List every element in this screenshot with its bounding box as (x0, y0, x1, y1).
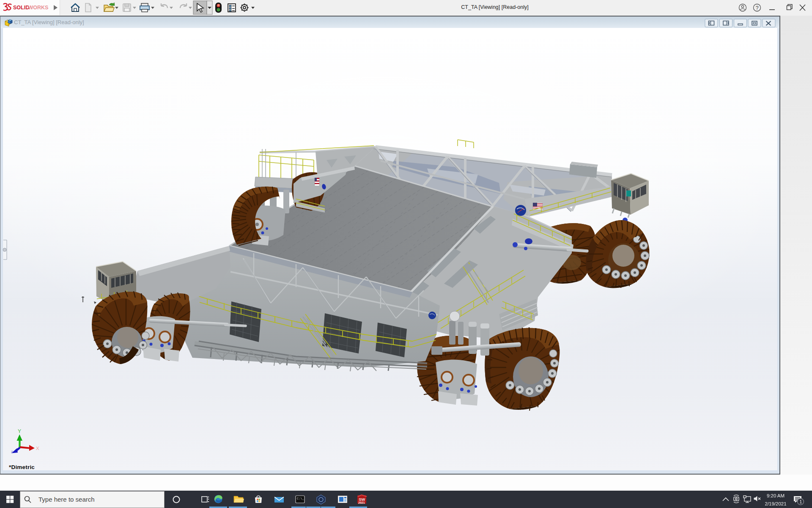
svg-text:WORKS: WORKS (28, 5, 49, 11)
svg-text:9:20 AM: 9:20 AM (767, 493, 785, 498)
svg-text:C:\_: C:\_ (297, 497, 304, 500)
svg-text:SOLID: SOLID (13, 5, 29, 11)
svg-text:z: z (11, 450, 13, 454)
svg-text:?: ? (756, 5, 759, 11)
svg-text:X: X (36, 446, 39, 451)
svg-text:2/19/2021: 2/19/2021 (765, 501, 786, 506)
svg-text:Y: Y (18, 428, 21, 434)
svg-text:1: 1 (800, 499, 802, 504)
svg-text:2021: 2021 (358, 501, 365, 504)
